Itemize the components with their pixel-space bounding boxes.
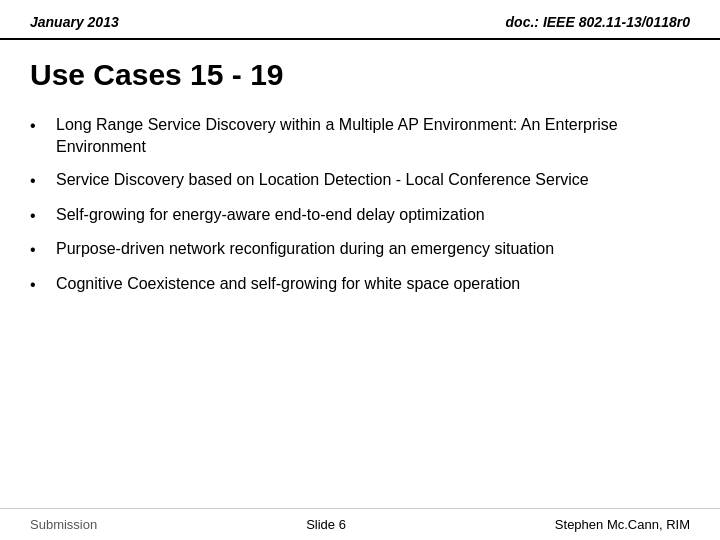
slide-title: Use Cases 15 - 19 bbox=[30, 58, 690, 92]
header-date: January 2013 bbox=[30, 14, 119, 30]
bullet-dot: • bbox=[30, 170, 48, 192]
bullet-item: •Long Range Service Discovery within a M… bbox=[30, 114, 690, 157]
bullet-text-5: Cognitive Coexistence and self-growing f… bbox=[56, 273, 690, 295]
footer-author: Stephen Mc.Cann, RIM bbox=[555, 517, 690, 532]
bullet-list: •Long Range Service Discovery within a M… bbox=[30, 114, 690, 296]
content-section: •Long Range Service Discovery within a M… bbox=[0, 106, 720, 318]
slide-header: January 2013 doc.: IEEE 802.11-13/0118r0 bbox=[0, 0, 720, 40]
bullet-text-2: Service Discovery based on Location Dete… bbox=[56, 169, 690, 191]
slide: January 2013 doc.: IEEE 802.11-13/0118r0… bbox=[0, 0, 720, 540]
bullet-item: •Cognitive Coexistence and self-growing … bbox=[30, 273, 690, 296]
bullet-item: •Self-growing for energy-aware end-to-en… bbox=[30, 204, 690, 227]
header-doc: doc.: IEEE 802.11-13/0118r0 bbox=[506, 14, 690, 30]
footer-slide-number: Slide 6 bbox=[306, 517, 346, 532]
bullet-dot: • bbox=[30, 274, 48, 296]
bullet-dot: • bbox=[30, 205, 48, 227]
bullet-item: •Service Discovery based on Location Det… bbox=[30, 169, 690, 192]
slide-footer: Submission Slide 6 Stephen Mc.Cann, RIM bbox=[0, 508, 720, 540]
bullet-text-3: Self-growing for energy-aware end-to-end… bbox=[56, 204, 690, 226]
bullet-item: •Purpose-driven network reconfiguration … bbox=[30, 238, 690, 261]
bullet-text-1: Long Range Service Discovery within a Mu… bbox=[56, 114, 690, 157]
bullet-dot: • bbox=[30, 239, 48, 261]
bullet-dot: • bbox=[30, 115, 48, 137]
footer-submission: Submission bbox=[30, 517, 97, 532]
title-section: Use Cases 15 - 19 bbox=[0, 40, 720, 106]
bullet-text-4: Purpose-driven network reconfiguration d… bbox=[56, 238, 690, 260]
